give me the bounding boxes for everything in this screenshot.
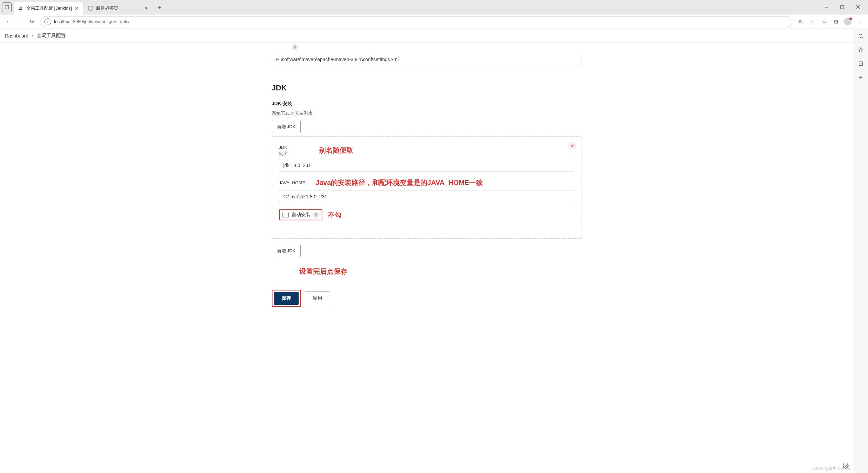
tab-newtab[interactable]: 新建标签页 ✕ — [84, 2, 152, 14]
url-path: /jenkins/configureTools/ — [83, 19, 129, 24]
read-aloud-icon[interactable]: A)) — [795, 16, 807, 28]
svg-rect-5 — [89, 6, 92, 10]
help-icon[interactable]: ? — [313, 212, 319, 218]
address-bar[interactable]: i localhost:8080/jenkins/configureTools/ — [41, 16, 792, 27]
jdk-name-input[interactable] — [279, 159, 574, 172]
add-panel-icon[interactable]: ＋ — [857, 74, 865, 81]
site-info-icon[interactable]: i — [44, 18, 51, 25]
svg-rect-13 — [859, 62, 862, 66]
svg-point-3 — [20, 7, 20, 8]
tab-title: 新建标签页 — [96, 5, 141, 11]
annotation-home: Java的安装路径，和配环境变量是的JAVA_HOME一致 — [315, 178, 483, 187]
svg-rect-7 — [841, 6, 844, 9]
annotation-save: 设置完后点保存 — [299, 267, 581, 276]
maximize-button[interactable] — [834, 2, 850, 13]
jdk-install-caption: 系统下JDK 安装列表 — [272, 110, 581, 117]
tab-title: 全局工具配置 [Jenkins] — [26, 5, 72, 11]
svg-point-1 — [19, 6, 22, 9]
java-home-input[interactable] — [279, 190, 574, 203]
edge-sidebar: ＋ — [853, 29, 868, 473]
close-window-button[interactable] — [850, 2, 866, 13]
breadcrumb-current: 全局工具配置 — [37, 33, 66, 39]
forward-button[interactable]: → — [14, 16, 26, 28]
jenkins-icon — [18, 6, 23, 11]
url-port: :8080 — [72, 19, 83, 24]
close-icon[interactable]: ✕ — [75, 6, 79, 11]
settings-gear-icon[interactable] — [843, 463, 849, 470]
svg-point-11 — [859, 34, 862, 37]
close-icon[interactable]: ✕ — [144, 6, 148, 11]
tab-actions-button[interactable] — [2, 2, 12, 12]
address-bar-row: ← → ⟳ i localhost:8080/jenkins/configure… — [0, 14, 868, 29]
favorite-icon[interactable]: ☆ — [807, 16, 818, 28]
favorites-bar-icon[interactable]: ✩ — [818, 16, 830, 28]
avatar — [844, 18, 851, 25]
svg-point-4 — [21, 7, 22, 8]
annotation-nocheck: 不勾 — [328, 210, 342, 220]
annotation-alias: 别名随便取 — [319, 146, 353, 155]
url-host: localhost — [54, 19, 72, 24]
svg-rect-0 — [5, 6, 9, 9]
page-icon — [88, 6, 93, 11]
new-tab-button[interactable]: ＋ — [154, 2, 165, 12]
breadcrumb: Dashboard › 全局工具配置 — [0, 29, 853, 43]
profile-button[interactable] — [842, 16, 854, 28]
delete-entry-button[interactable]: ✕ — [568, 142, 576, 150]
tools-icon[interactable] — [857, 60, 865, 67]
maven-settings-path-input[interactable] — [272, 53, 581, 66]
search-icon[interactable] — [857, 32, 865, 40]
java-home-label: JAVA_HOME — [279, 180, 306, 186]
chevron-right-icon: › — [32, 33, 34, 38]
truncated-field-label: 文件路径 ? — [272, 44, 581, 50]
add-jdk-button-bottom[interactable]: 新增 JDK — [272, 245, 301, 257]
back-button[interactable]: ← — [3, 16, 14, 28]
copilot-icon[interactable] — [857, 46, 865, 54]
jdk-section-title: JDK — [272, 84, 581, 92]
tab-strip: 全局工具配置 [Jenkins] ✕ 新建标签页 ✕ ＋ — [0, 0, 868, 14]
help-icon[interactable]: ? — [292, 44, 298, 50]
collections-icon[interactable]: ⊞ — [830, 16, 842, 28]
auto-install-label: 自动安装 — [291, 212, 311, 218]
more-icon[interactable]: ⋯ — [854, 16, 865, 28]
svg-rect-2 — [19, 9, 22, 10]
tab-jenkins[interactable]: 全局工具配置 [Jenkins] ✕ — [14, 2, 83, 14]
add-jdk-button-top[interactable]: 新增 JDK — [272, 121, 301, 133]
minimize-button[interactable] — [818, 2, 834, 13]
refresh-button[interactable]: ⟳ — [26, 16, 38, 28]
save-button[interactable]: 保存 — [274, 292, 299, 305]
jdk-name-label: JDK 别名 — [279, 144, 288, 157]
page-scroll[interactable]: 文件路径 ? JDK JDK 安装 系统下JDK 安装列表 新增 JDK ✕ J… — [0, 43, 853, 473]
jdk-install-heading: JDK 安装 — [272, 101, 581, 107]
jdk-entry-box: ✕ JDK 别名 别名随便取 JAVA_HOME Java的安装路径，和配环境 — [272, 136, 581, 239]
window-controls — [818, 2, 866, 13]
annotation-box-autoinstall: 自动安装 ? — [279, 209, 322, 220]
footer-bar: 保存 应用 — [272, 286, 581, 312]
apply-button[interactable]: 应用 — [305, 292, 330, 305]
annotation-box-save: 保存 — [272, 290, 301, 307]
auto-install-checkbox[interactable] — [282, 212, 289, 218]
breadcrumb-root[interactable]: Dashboard — [5, 33, 29, 38]
svg-line-12 — [862, 37, 863, 38]
svg-point-10 — [845, 465, 847, 467]
